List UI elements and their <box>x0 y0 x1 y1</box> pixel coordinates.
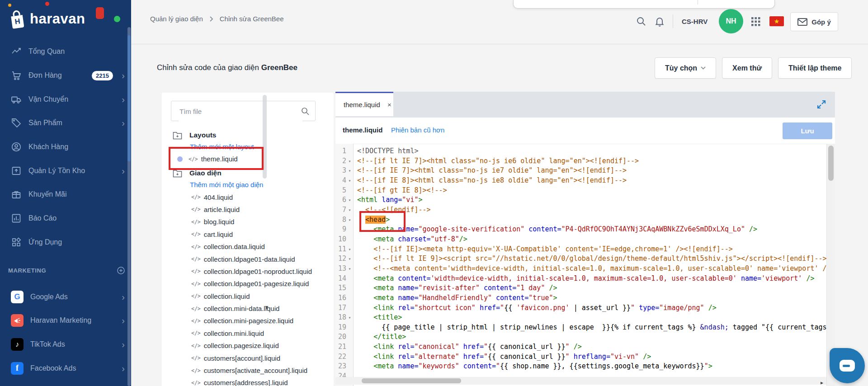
fold-arrow-icon[interactable]: ▾ <box>346 156 353 166</box>
chat-bubble-icon <box>840 360 855 372</box>
fold-arrow-icon[interactable]: ▾ <box>346 313 353 323</box>
file-item-collection.ldpage01-pagesize.liquid[interactable]: </>collection.ldpage01-pagesize.liquid <box>191 278 334 290</box>
fold-spacer <box>346 342 353 352</box>
scroll-down-arrow-icon[interactable]: ▼ <box>264 304 269 311</box>
folder-download-icon <box>173 169 182 178</box>
apps-grid-icon[interactable] <box>751 17 760 26</box>
haravan-logo[interactable]: H haravan <box>7 5 85 33</box>
theme-settings-button[interactable]: Thiết lập theme <box>778 57 852 79</box>
file-item-customers[addresses].liquid[interactable]: </>customers[addresses].liquid <box>191 377 334 386</box>
code-file-icon: </> <box>191 330 201 336</box>
sidebar: H haravan Tổng QuanĐơn Hàng2215›Vận Chuy… <box>0 0 131 386</box>
file-name: blog.liquid <box>204 218 235 226</box>
horizontal-scrollbar[interactable]: ▶ <box>335 377 827 385</box>
code-line-17: 17 <link rel="shortcut icon" href="{{ 'f… <box>335 303 827 313</box>
sidebar-item-label: Khách Hàng <box>28 143 68 151</box>
code-editor-panel: theme.liquid × theme.liquid Phiên bản cũ… <box>335 92 835 386</box>
file-item-collection.ldpage01-data.liquid[interactable]: </>collection.ldpage01-data.liquid <box>191 253 334 265</box>
horizontal-scrollbar-thumb[interactable] <box>362 378 461 383</box>
folder-download-icon <box>173 131 182 140</box>
file-item-collection.data.liquid[interactable]: </>collection.data.liquid <box>191 240 334 253</box>
sidebar-item-tổng-quan[interactable]: Tổng Quan <box>0 40 131 64</box>
report-icon <box>11 213 22 224</box>
file-item-collection.mini-pagesize.liquid[interactable]: </>collection.mini-pagesize.liquid <box>191 315 334 327</box>
fold-arrow-icon[interactable]: ▾ <box>346 166 353 176</box>
file-item-article.liquid[interactable]: </>article.liquid <box>191 203 334 216</box>
user-avatar[interactable]: NH <box>719 9 743 33</box>
fold-arrow-icon[interactable]: ▾ <box>346 195 353 205</box>
sidebar-item-label: Khuyến Mãi <box>28 190 67 198</box>
scroll-right-arrow-icon[interactable]: ▶ <box>821 378 823 386</box>
older-versions-link[interactable]: Phiên bản cũ hơn <box>391 126 444 134</box>
sidebar-nav: Tổng QuanĐơn Hàng2215›Vận Chuyển›Sản Phẩ… <box>0 40 131 380</box>
sidebar-item-báo-cáo[interactable]: Báo Cáo <box>0 207 131 231</box>
code-line-10: 10 <meta charset="utf-8"/> <box>335 235 827 245</box>
sidebar-item-label: Ứng Dụng <box>28 238 62 246</box>
account-shop-name[interactable]: CS-HRV <box>682 18 708 25</box>
fullscreen-expand-icon[interactable] <box>816 99 827 110</box>
chat-widget-button[interactable] <box>830 348 865 383</box>
file-item-collection.ldpage01-noproduct.liquid[interactable]: </>collection.ldpage01-noproduct.liquid <box>191 265 334 278</box>
firework-decoration <box>8 4 11 7</box>
fold-arrow-icon[interactable]: ▾ <box>346 264 353 274</box>
tiktok-app-icon: ♪ <box>11 338 24 351</box>
feedback-label: Góp ý <box>811 18 831 26</box>
search-icon[interactable] <box>636 16 646 27</box>
file-item-customers[activate_account].liquid[interactable]: </>customers[activate_account].liquid <box>191 364 334 377</box>
file-item-customers[account].liquid[interactable]: </>customers[account].liquid <box>191 352 334 364</box>
folder-section-layouts[interactable]: Layouts <box>173 130 334 141</box>
preview-button[interactable]: Xem thử <box>722 57 772 79</box>
sidebar-item-label: Đơn Hàng <box>28 71 62 80</box>
options-button[interactable]: Tùy chọn <box>655 57 716 79</box>
code-file-icon: </> <box>191 231 201 237</box>
fold-arrow-icon[interactable]: ▾ <box>346 245 353 254</box>
save-button[interactable]: Lưu <box>783 122 832 139</box>
fold-arrow-icon[interactable]: ▾ <box>346 215 353 225</box>
feedback-button[interactable]: Góp ý <box>790 12 838 31</box>
file-item-collection.mini-data.liquid[interactable]: </>collection.mini-data.liquid <box>191 302 334 315</box>
editor-filename: theme.liquid <box>343 126 382 134</box>
chevron-right-icon: › <box>118 364 125 373</box>
code-lines: 1<!DOCTYPE html>2▾<!--[if lt IE 7]><html… <box>335 146 827 381</box>
sidebar-item-vận-chuyển[interactable]: Vận Chuyển› <box>0 87 131 111</box>
sidebar-item-sản-phẩm[interactable]: Sản Phẩm› <box>0 111 131 135</box>
tab-close-icon[interactable]: × <box>387 101 392 108</box>
file-name: collection.ldpage01-data.liquid <box>204 255 295 263</box>
sidebar-item-google-ads[interactable]: GGoogle Ads› <box>0 285 131 309</box>
code-line-12: 12▾ <!--[if lt IE 9]><script src="//hsta… <box>335 254 827 264</box>
fold-arrow-icon[interactable]: ▾ <box>346 176 353 186</box>
sidebar-scrollbar-thumb[interactable] <box>127 35 131 161</box>
search-icon <box>301 107 310 116</box>
tab-theme-liquid[interactable]: theme.liquid × <box>335 92 393 116</box>
code-area[interactable]: 1<!DOCTYPE html>2▾<!--[if lt IE 7]><html… <box>335 144 835 386</box>
vertical-scrollbar-thumb[interactable] <box>828 146 834 181</box>
fold-arrow-icon[interactable]: ▾ <box>346 254 353 264</box>
sidebar-item-label: Google Ads <box>30 293 68 301</box>
file-item-collection.pagesize.liquid[interactable]: </>collection.pagesize.liquid <box>191 339 334 352</box>
sidebar-item-khuyến-mãi[interactable]: Khuyến Mãi <box>0 183 131 207</box>
file-search-input[interactable] <box>179 101 302 122</box>
sidebar-item-đơn-hàng[interactable]: Đơn Hàng2215› <box>0 64 131 88</box>
add-file-link[interactable]: Thêm mới một giao diện <box>190 179 334 191</box>
file-item-blog.liquid[interactable]: </>blog.liquid <box>191 216 334 228</box>
sidebar-item-haravan-marketing[interactable]: Haravan Marketing› <box>0 309 131 333</box>
sidebar-item-quản-lý-tồn-kho[interactable]: Quản Lý Tồn Kho› <box>0 159 131 183</box>
annotation-box-theme-liquid <box>169 147 264 170</box>
code-file-icon: </> <box>191 194 201 200</box>
vietnam-flag-icon[interactable]: ★ <box>769 16 784 26</box>
sidebar-item-tiktok-ads[interactable]: ♪TikTok Ads› <box>0 333 131 357</box>
file-panel: LayoutsThêm mới một layout</>theme.liqui… <box>162 93 334 386</box>
file-item-collection.mini.liquid[interactable]: </>collection.mini.liquid <box>191 327 334 339</box>
sidebar-item-facebook-ads[interactable]: fFacebook Ads› <box>0 356 131 380</box>
fold-arrow-icon[interactable]: ▾ <box>346 205 353 215</box>
file-item-cart.liquid[interactable]: </>cart.liquid <box>191 228 334 240</box>
sidebar-item-khách-hàng[interactable]: Khách Hàng <box>0 135 131 159</box>
breadcrumb-link-theme-manager[interactable]: Quản lý giao diện <box>150 15 203 23</box>
notification-bell-icon[interactable] <box>654 16 665 27</box>
file-item-collection.liquid[interactable]: </>collection.liquid <box>191 290 334 302</box>
sidebar-item-ứng-dụng[interactable]: Ứng Dụng <box>0 231 131 254</box>
add-channel-plus-icon[interactable] <box>117 267 125 274</box>
file-item-404.liquid[interactable]: </>404.liquid <box>191 191 334 203</box>
editor-tab-bar: theme.liquid × <box>335 92 835 118</box>
fold-spacer <box>346 352 353 362</box>
